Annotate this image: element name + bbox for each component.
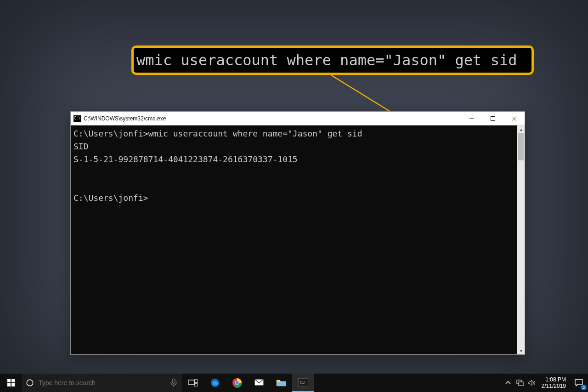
scroll-down-icon[interactable]: ▾ [517, 347, 525, 354]
svg-point-9 [27, 380, 33, 386]
cmd-line: C:\Users\jonfi>wmic useraccount where na… [74, 129, 362, 138]
svg-point-17 [235, 381, 238, 384]
svg-rect-10 [172, 379, 175, 383]
svg-rect-8 [11, 383, 15, 386]
callout-command-text: wmic useraccount where name="Jason" get … [136, 51, 517, 69]
mail-icon [254, 379, 264, 387]
tray-overflow-button[interactable] [502, 374, 514, 392]
cmd-output-area[interactable]: C:\Users\jonfi>wmic useraccount where na… [71, 125, 517, 354]
svg-rect-6 [11, 379, 15, 382]
cmd-line: SID [74, 142, 89, 151]
svg-rect-2 [491, 116, 495, 120]
taskbar: C:\ 1:08 PM 2/11/2019 3 [0, 374, 588, 392]
cmd-line: S-1-5-21-992878714-4041223874-2616370337… [74, 154, 298, 164]
scroll-thumb[interactable] [518, 133, 524, 160]
svg-rect-23 [519, 382, 523, 386]
clock-time: 1:08 PM [545, 376, 566, 383]
scroll-up-icon[interactable]: ▴ [517, 125, 525, 133]
maximize-icon [491, 116, 495, 121]
svg-rect-11 [188, 380, 194, 385]
minimize-button[interactable] [461, 112, 482, 125]
cortana-circle-icon [26, 379, 34, 387]
cmd-window-title: C:\WINDOWS\system32\cmd.exe [84, 115, 461, 122]
notification-badge: 3 [581, 385, 587, 390]
taskbar-spacer [314, 374, 502, 392]
cmd-icon: C:\ [74, 115, 81, 122]
system-tray [502, 374, 538, 392]
svg-rect-12 [195, 379, 198, 382]
cmd-line: C:\Users\jonfi> [74, 193, 148, 203]
windows-logo-icon [7, 379, 15, 386]
task-view-button[interactable] [182, 374, 204, 392]
microphone-icon[interactable] [169, 379, 178, 387]
cmd-scrollbar[interactable]: ▴ ▾ [517, 125, 525, 354]
svg-text:C:\: C:\ [300, 380, 305, 385]
taskbar-search[interactable] [22, 374, 182, 392]
cmd-window: C:\ C:\WINDOWS\system32\cmd.exe C:\Users… [70, 111, 525, 355]
folder-icon [276, 379, 286, 387]
taskbar-app-edge[interactable] [204, 374, 226, 392]
svg-rect-19 [277, 382, 286, 386]
taskbar-app-cmd[interactable]: C:\ [292, 374, 314, 392]
close-button[interactable] [503, 112, 525, 125]
svg-rect-5 [7, 379, 11, 382]
taskbar-app-explorer[interactable] [270, 374, 292, 392]
clock-date: 2/11/2019 [542, 383, 566, 389]
taskbar-app-chrome[interactable] [226, 374, 248, 392]
start-button[interactable] [0, 374, 22, 392]
tray-network-button[interactable] [514, 374, 526, 392]
task-view-icon [188, 379, 198, 386]
cmd-titlebar[interactable]: C:\ C:\WINDOWS\system32\cmd.exe [71, 112, 525, 125]
taskbar-clock[interactable]: 1:08 PM 2/11/2019 [538, 374, 570, 392]
terminal-icon: C:\ [298, 378, 308, 386]
network-icon [516, 380, 524, 386]
svg-rect-13 [195, 383, 198, 386]
edge-icon [210, 378, 220, 388]
chevron-up-icon [505, 380, 511, 386]
callout-command-box: wmic useraccount where name="Jason" get … [131, 45, 534, 75]
action-center-button[interactable]: 3 [570, 374, 588, 392]
chrome-icon [232, 378, 242, 388]
search-input[interactable] [39, 379, 164, 386]
speaker-icon [528, 380, 536, 386]
maximize-button[interactable] [482, 112, 503, 125]
taskbar-app-mail[interactable] [248, 374, 270, 392]
close-icon [512, 116, 516, 121]
svg-rect-7 [7, 383, 11, 386]
minimize-icon [469, 116, 474, 121]
tray-volume-button[interactable] [526, 374, 538, 392]
